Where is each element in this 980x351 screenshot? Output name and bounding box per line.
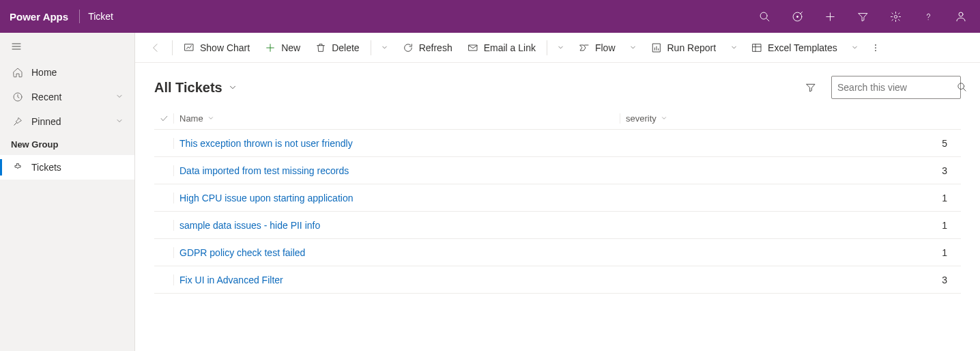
- flow-dropdown[interactable]: [624, 36, 643, 60]
- cmd-label: Refresh: [419, 42, 452, 53]
- select-all-checkbox[interactable]: [154, 114, 173, 123]
- separator: [371, 40, 371, 55]
- sidebar-item-recent[interactable]: Recent: [0, 85, 134, 109]
- command-bar: Show Chart New Delete: [135, 33, 980, 63]
- sidebar-item-pinned[interactable]: Pinned: [0, 109, 134, 134]
- user-icon[interactable]: [947, 0, 975, 33]
- row-severity: 3: [942, 165, 947, 176]
- excel-icon: [751, 42, 762, 53]
- hamburger-button[interactable]: [0, 33, 134, 60]
- view-header: All Tickets: [135, 63, 980, 105]
- svg-point-9: [959, 12, 963, 16]
- row-name-link[interactable]: This exception thrown is not user friend…: [179, 138, 353, 149]
- top-bar: Power Apps Ticket: [0, 0, 980, 33]
- column-label: severity: [626, 113, 657, 124]
- pin-icon: [11, 115, 25, 128]
- sidebar-item-label: Home: [31, 67, 57, 78]
- table-row[interactable]: High CPU issue upon starting application…: [154, 184, 961, 212]
- filter-button[interactable]: [798, 75, 823, 100]
- separator: [172, 40, 173, 55]
- show-chart-button[interactable]: Show Chart: [177, 36, 257, 60]
- svg-line-1: [766, 18, 768, 20]
- new-button[interactable]: New: [258, 36, 307, 60]
- column-label: Name: [179, 113, 203, 124]
- svg-point-8: [927, 19, 928, 20]
- svg-point-27: [875, 50, 876, 51]
- svg-point-25: [875, 44, 876, 46]
- sidebar-item-home[interactable]: Home: [0, 60, 134, 85]
- chevron-down-icon: [207, 113, 214, 124]
- delete-button[interactable]: Delete: [308, 36, 366, 60]
- column-header-name[interactable]: Name: [173, 113, 620, 124]
- chevron-down-icon: [228, 83, 237, 92]
- sidebar: Home Recent Pinned New Group Tick: [0, 33, 135, 351]
- table-row[interactable]: sample data issues - hide PII info 1: [154, 212, 961, 239]
- flow-button[interactable]: Flow: [572, 36, 622, 60]
- sidebar-item-label: Pinned: [31, 116, 61, 127]
- app-name[interactable]: Ticket: [85, 11, 116, 22]
- clock-icon: [11, 90, 25, 104]
- puzzle-icon: [11, 160, 25, 174]
- table-row[interactable]: Fix UI in Advanced Filter 3: [154, 266, 961, 294]
- svg-point-26: [875, 47, 876, 48]
- row-severity: 1: [942, 220, 947, 231]
- cmd-label: Flow: [595, 42, 616, 53]
- search-icon[interactable]: [751, 0, 778, 33]
- divider: [79, 10, 80, 23]
- svg-line-29: [963, 88, 966, 91]
- flow-icon: [579, 42, 590, 53]
- svg-rect-17: [469, 45, 477, 51]
- row-name-link[interactable]: sample data issues - hide PII info: [179, 220, 320, 231]
- row-severity: 1: [942, 247, 947, 258]
- mail-icon: [467, 42, 478, 53]
- sidebar-item-label: Tickets: [31, 162, 61, 173]
- data-grid: Name severity This exception thrown is n…: [135, 105, 980, 294]
- run-report-button[interactable]: Run Report: [644, 36, 723, 60]
- email-dropdown[interactable]: [551, 36, 571, 60]
- separator: [547, 40, 547, 55]
- trash-icon: [315, 42, 326, 53]
- refresh-icon: [403, 42, 414, 53]
- plus-icon: [265, 42, 276, 53]
- chevron-down-icon: [661, 113, 667, 124]
- sidebar-item-label: Recent: [31, 92, 61, 102]
- row-name-link[interactable]: GDPR policy check test failed: [179, 247, 305, 258]
- sidebar-group-label: New Group: [0, 134, 134, 155]
- cmd-label: New: [281, 42, 300, 53]
- delete-dropdown[interactable]: [375, 36, 394, 60]
- refresh-button[interactable]: Refresh: [396, 36, 459, 60]
- svg-rect-22: [753, 44, 761, 51]
- chart-icon: [184, 42, 194, 53]
- help-icon[interactable]: [914, 0, 942, 33]
- report-dropdown[interactable]: [724, 36, 743, 60]
- row-name-link[interactable]: Data imported from test missing records: [179, 165, 349, 176]
- excel-dropdown[interactable]: [846, 36, 865, 60]
- svg-rect-14: [185, 44, 193, 50]
- report-icon: [651, 42, 662, 53]
- home-icon: [11, 66, 25, 79]
- view-title-label: All Tickets: [154, 80, 222, 96]
- excel-templates-button[interactable]: Excel Templates: [745, 36, 844, 60]
- back-button[interactable]: [143, 42, 168, 53]
- email-link-button[interactable]: Email a Link: [461, 36, 543, 60]
- view-selector[interactable]: All Tickets: [154, 80, 237, 96]
- chevron-down-icon: [115, 92, 124, 102]
- row-name-link[interactable]: Fix UI in Advanced Filter: [179, 275, 283, 285]
- target-icon[interactable]: [783, 0, 811, 33]
- svg-point-7: [894, 15, 897, 18]
- table-row[interactable]: Data imported from test missing records …: [154, 157, 961, 184]
- row-name-link[interactable]: High CPU issue upon starting application: [179, 193, 353, 203]
- column-header-severity[interactable]: severity: [620, 113, 961, 124]
- more-commands-button[interactable]: [866, 43, 885, 53]
- cmd-label: Email a Link: [484, 42, 536, 53]
- sidebar-item-tickets[interactable]: Tickets: [0, 155, 134, 180]
- plus-icon[interactable]: [816, 0, 844, 33]
- search-view-box[interactable]: [831, 76, 961, 99]
- table-row[interactable]: This exception thrown is not user friend…: [154, 130, 961, 157]
- gear-icon[interactable]: [882, 0, 909, 33]
- funnel-icon[interactable]: [849, 0, 876, 33]
- cmd-label: Delete: [332, 42, 359, 53]
- search-input[interactable]: [837, 82, 957, 93]
- content: Show Chart New Delete: [135, 33, 980, 351]
- table-row[interactable]: GDPR policy check test failed 1: [154, 239, 961, 266]
